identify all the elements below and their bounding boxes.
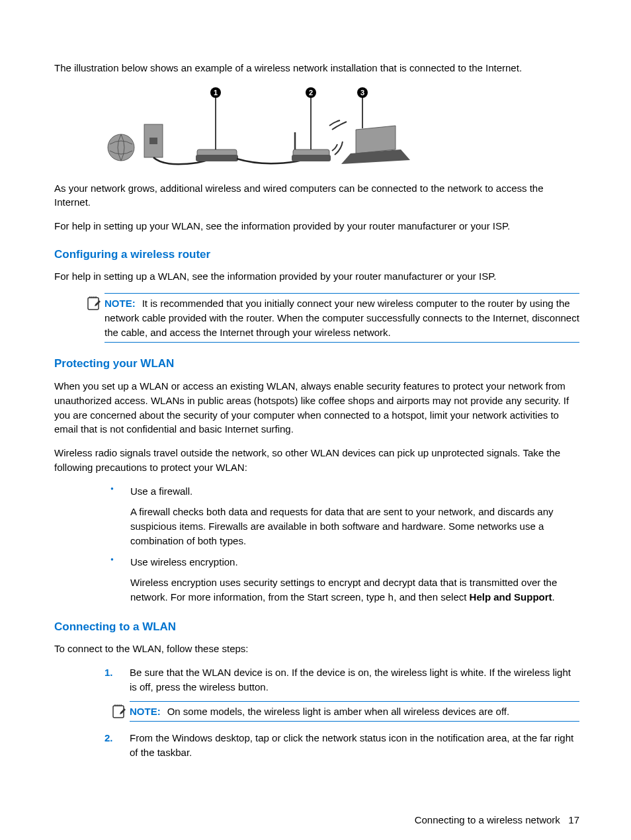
bold-text: Help and Support: [470, 591, 552, 603]
svg-text:2: 2: [309, 89, 313, 97]
svg-rect-2: [149, 138, 157, 144]
note-label: NOTE:: [105, 298, 136, 309]
footer-page-number: 17: [568, 814, 579, 825]
intro-paragraph-2: As your network grows, additional wirele…: [54, 181, 579, 210]
connect-steps: 1. Be sure that the WLAN device is on. I…: [105, 665, 579, 760]
document-page: The illustration below shows an example …: [0, 0, 631, 840]
svg-rect-9: [292, 155, 331, 161]
heading-connecting-wlan: Connecting to a WLAN: [54, 619, 579, 636]
note-icon: [86, 295, 102, 311]
text-span: .: [552, 591, 555, 603]
bullet-detail: Wireless encryption uses security settin…: [130, 575, 579, 606]
config-paragraph-1: For help in setting up a WLAN, see the i…: [54, 269, 579, 284]
code-text: h: [388, 593, 394, 604]
network-illustration: 1 2 3: [105, 85, 579, 175]
list-item: 2. From the Windows desktop, tap or clic…: [105, 731, 579, 760]
text-span: , and then select: [394, 591, 469, 603]
list-item: Use a firewall. A firewall checks both d…: [110, 484, 579, 548]
heading-configuring-router: Configuring a wireless router: [54, 247, 579, 263]
step-text: From the Windows desktop, tap or click t…: [130, 732, 573, 758]
bullet-lead: Use a firewall.: [130, 484, 579, 499]
note-box-connect: NOTE:On some models, the wireless light …: [130, 701, 579, 722]
intro-paragraph-1: The illustration below shows an example …: [54, 61, 579, 75]
note-icon: [111, 703, 127, 719]
svg-text:1: 1: [214, 89, 218, 97]
list-item: 1. Be sure that the WLAN device is on. I…: [105, 665, 579, 722]
connect-paragraph-1: To connect to the WLAN, follow these ste…: [54, 642, 579, 656]
svg-text:3: 3: [360, 89, 364, 97]
step-number: 1.: [105, 665, 113, 680]
note-text: It is recommended that you initially con…: [105, 298, 579, 338]
footer-title: Connecting to a wireless network: [415, 814, 560, 825]
note-box-config: NOTE:It is recommended that you initiall…: [105, 293, 579, 343]
svg-rect-4: [196, 155, 238, 161]
bullet-lead: Use wireless encryption.: [130, 555, 579, 569]
note-label: NOTE:: [130, 706, 161, 717]
step-text: Be sure that the WLAN device is on. If t…: [130, 667, 571, 693]
svg-point-0: [108, 134, 134, 161]
protect-paragraph-2: Wireless radio signals travel outside th…: [54, 446, 579, 475]
page-footer: Connecting to a wireless network 17: [54, 813, 579, 827]
protect-paragraph-1: When you set up a WLAN or access an exis…: [54, 379, 579, 437]
protect-bullet-list: Use a firewall. A firewall checks both d…: [110, 484, 579, 606]
step-number: 2.: [105, 731, 113, 745]
heading-protecting-wlan: Protecting your WLAN: [54, 356, 579, 372]
list-item: Use wireless encryption. Wireless encryp…: [110, 555, 579, 606]
note-text: On some models, the wireless light is am…: [167, 706, 509, 717]
bullet-detail: A firewall checks both data and requests…: [130, 505, 579, 548]
intro-paragraph-3: For help in setting up your WLAN, see th…: [54, 219, 579, 233]
